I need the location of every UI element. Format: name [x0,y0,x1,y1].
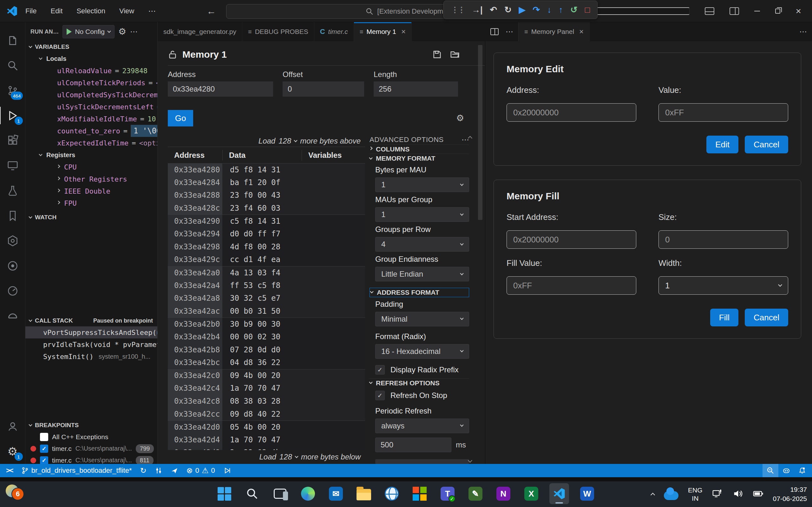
memory-row[interactable]: 0x33ea428c 23 f4 60 03 [168,202,365,215]
variable-row[interactable]: counted_to_zero = 1 '\001' [26,125,157,137]
office-icon[interactable] [410,483,429,504]
variables-header[interactable]: VARIABLES [26,41,157,53]
locals-node[interactable]: Locals [26,53,157,65]
memory-row[interactable]: 0x33ea42d0 05 4b 00 20 [168,420,365,434]
step-back-icon[interactable]: ↶ [490,6,497,14]
menu-item[interactable]: View [119,7,134,15]
fill-button[interactable]: Fill [710,308,739,326]
variable-row[interactable]: ulCompleteTickPeriods = <opt… [26,77,157,89]
restore-icon[interactable] [775,9,780,14]
memory-format-header[interactable]: MEMORY FORMAT [369,154,469,163]
memory-row[interactable]: 0x33ea42c4 1a 70 70 47 [168,382,365,395]
memory-row[interactable]: 0x33ea42b0 30 b9 00 30 [168,318,365,331]
bookmark-icon[interactable] [0,203,26,228]
sync-icon[interactable]: ↻ [136,464,150,477]
remote-icon[interactable]: >< [2,464,17,477]
bell-icon[interactable] [794,464,810,477]
fill-value-input[interactable] [507,276,636,295]
tab-close-icon[interactable]: × [579,27,583,36]
save-icon[interactable] [432,50,442,59]
refresh-options-header[interactable]: REFRESH OPTIONS [369,378,469,388]
register-group-row[interactable]: FPU [26,197,157,209]
stack-frame-row[interactable]: prvIdleTask(void * pvParameters [26,338,157,350]
split-editor-icon[interactable] [490,28,499,35]
views-overflow[interactable]: ⋯ [130,27,138,36]
editor-tab[interactable]: ≡ Memory Panel × [519,22,590,41]
fill-width-select[interactable]: 1 [658,276,788,295]
tray-chevron-icon[interactable] [651,493,655,497]
vscode-icon[interactable] [549,483,569,504]
editor-tab[interactable]: ≡ DEBUG PROBES [242,22,314,41]
memory-row[interactable]: 0x33ea42c0 09 4b 00 20 [168,369,365,382]
continue-icon[interactable]: ▶ [519,6,525,14]
memory-row[interactable]: 0x33ea4290 c5 f8 14 31 [168,215,365,228]
edit-button[interactable]: Edit [706,135,739,153]
go-button[interactable]: Go [168,110,193,126]
memory-row[interactable]: 0x33ea42ac 00 b0 31 50 [168,305,365,318]
display-device-icon[interactable] [712,488,723,500]
account-icon[interactable] [0,414,26,439]
offset-input[interactable] [283,81,364,97]
battery-icon[interactable] [753,488,763,500]
probe-icon[interactable] [151,464,166,477]
stack-frame-row[interactable]: SystemInit() system_sr100_h... [26,350,157,362]
register-group-row[interactable]: CPU [26,161,157,173]
variable-row[interactable]: xExpectedIdleTime = <optimiz… [26,137,157,149]
close-icon[interactable]: × [796,6,801,16]
memory-row[interactable]: 0x33ea4280 d5 f8 14 31 [168,163,365,176]
length-input[interactable] [374,81,458,97]
start-icon[interactable] [214,483,234,504]
unlock-icon[interactable] [168,50,177,59]
variable-row[interactable]: ulReloadValue = 239848 [26,65,157,77]
clock[interactable]: 19:37 07-06-2025 [773,485,807,503]
explorer-icon[interactable] [0,28,26,53]
option-select[interactable]: 1 [375,207,469,222]
memory-row[interactable]: 0x33ea42d8 3c 22 03 4b [168,446,365,450]
register-group-row[interactable]: IEEE Single [26,209,157,212]
menu-item[interactable]: Selection [77,7,105,15]
address-input[interactable] [168,81,273,97]
memory-row[interactable]: 0x33ea42a0 4a 13 03 f4 [168,266,365,279]
editor-tab[interactable]: C timer.c [314,22,354,41]
outlook-icon[interactable]: ✉ [326,483,346,504]
breakpoint-checkbox[interactable]: ✓ [40,433,48,441]
stop-icon[interactable]: □ [585,6,590,14]
gear-icon[interactable]: ⚙ [118,27,126,36]
breakpoint-row[interactable]: ✓ timer.c C:\Users\pnataraj\... 811 [26,454,157,464]
breakpoint-checkbox[interactable]: ✓ [40,456,48,464]
memory-row[interactable]: 0x33ea4298 4d f8 00 28 [168,240,365,253]
minimize-icon[interactable] [754,11,760,11]
columns-section-header[interactable]: COLUMNS [369,145,469,154]
option-select[interactable]: 1 [375,177,469,192]
watch-header[interactable]: WATCH [26,212,157,223]
excel-icon[interactable]: X [521,483,541,504]
call-stack-header[interactable]: CALL STACKPaused on breakpoint [26,315,157,326]
memory-row[interactable]: 0x33ea4284 ba f1 20 0f [168,176,365,189]
drag-grip-icon[interactable]: ⋮⋮ [451,6,464,14]
edge-icon[interactable] [298,483,318,504]
extensions-icon[interactable] [0,128,26,153]
step-over-icon[interactable]: ↷ [532,6,540,14]
toggle-secondary-sidebar-icon[interactable] [729,7,739,15]
meter-icon[interactable] [0,303,26,328]
edit-cancel-button[interactable]: Cancel [745,135,788,153]
memory-row[interactable]: 0x33ea42bc 04 d8 36 22 [168,356,365,369]
menu-item[interactable]: Edit [50,7,62,15]
word-icon[interactable]: W [577,483,597,504]
editor-tab[interactable]: ≡ Memory 1 × [354,22,412,41]
refresh-on-stop-checkbox[interactable]: ✓ Refresh On Stop [375,391,469,400]
search-icon[interactable] [0,53,26,78]
restart-icon[interactable]: ↺ [570,6,577,14]
nav-back-icon[interactable]: ← [206,6,216,16]
memory-row[interactable]: 0x33ea42c8 08 38 03 28 [168,395,365,408]
settings-gear-icon[interactable]: ⚙1 [0,439,26,464]
toggle-panel-icon[interactable] [705,7,714,15]
memory-row[interactable]: 0x33ea42a4 ff 53 c5 f8 [168,279,365,292]
variable-row[interactable]: ulSysTickDecrementsLeft = <o… [26,101,157,113]
hex-tool-icon[interactable] [0,228,26,253]
memory-row[interactable]: 0x33ea4288 23 f0 00 43 [168,189,365,202]
browser-globe-icon[interactable] [382,483,402,504]
memory-row[interactable]: 0x33ea4294 d0 d0 ff f7 [168,228,365,240]
memory-row[interactable]: 0x33ea42cc 09 d8 40 22 [168,407,365,420]
start-debug-icon[interactable] [67,29,72,35]
